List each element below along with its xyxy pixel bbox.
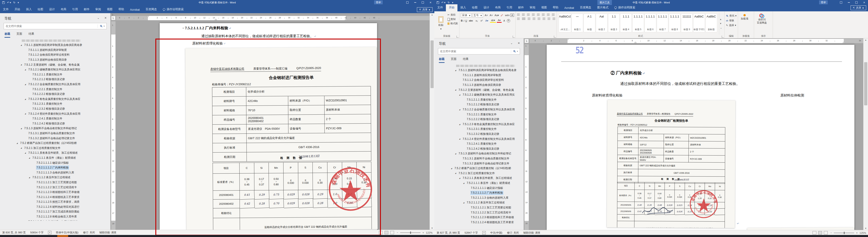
nav-tab-结果[interactable]: 结果 (463, 57, 468, 63)
vertical-ruler[interactable]: 2112345678910111213141516 (524, 44, 529, 230)
nav-tree-item[interactable]: ◢7.5.2.1 加工过程质量控制文件 (434, 171, 524, 176)
nav-tree-item[interactable]: 7.5.1.2.1.1 质量控制文件 (0, 72, 110, 77)
zoom-slider-thumb[interactable] (410, 232, 411, 234)
nav-tree-item[interactable]: 7.5.2.1.1.2.8 终检合格后入零件库 (0, 214, 110, 219)
nav-tree-item[interactable]: 7.5.2.1.1.2.7 加工完成后表面防腐处 (0, 209, 110, 214)
tab-插入[interactable]: 插入 (458, 4, 469, 11)
right-indent-marker[interactable] (843, 42, 845, 43)
scanned-report-image-tensile[interactable]: 盘锦中亚石油技术有限公司质量管理体系—检测报告Q/PZY.ZD005-2022合… (747, 228, 855, 230)
view-read-icon[interactable] (379, 231, 383, 234)
nav-tree-item[interactable]: ◢7.5.2.1.1.2 承压件加工过程描述 (0, 175, 110, 180)
expand-arrow-icon[interactable]: ◢ (17, 142, 18, 144)
expand-arrow-icon[interactable]: ◢ (455, 172, 456, 174)
nav-tree-item[interactable]: 7.5.1.2.4.2 检验项目及记录 (434, 147, 524, 151)
view-print-icon[interactable] (818, 231, 822, 235)
tab-审阅[interactable]: 审阅 (92, 6, 104, 13)
tab-布局[interactable]: 布局 (492, 4, 504, 11)
expand-arrow-icon[interactable]: ◢ (455, 89, 456, 91)
taskbar-active-app[interactable] (57, 235, 68, 237)
proofing-icon[interactable]: ✕ (482, 231, 486, 235)
expand-arrow-icon[interactable]: ◢ (459, 138, 460, 140)
hanging-indent-marker[interactable] (215, 19, 217, 20)
nav-tab-页面[interactable]: 页面 (17, 32, 22, 38)
nav-tree-item[interactable]: ◢7.5.2.1.1.1 承压件（液缸）材质描述 (434, 181, 524, 186)
tab-百度网盘[interactable]: 百度网盘 (577, 4, 594, 11)
status-word-count[interactable]: 52847 个字 (465, 231, 478, 235)
nav-tree-item[interactable]: ◢7.5.2.1.2 具有中心管材质、加工过程描述 (0, 219, 110, 221)
nav-tree-item[interactable]: ◢7.5.2.1.1.2 承压件加工过程描述 (434, 200, 524, 205)
tab-文件[interactable]: 文件 (0, 6, 11, 13)
change-case-icon[interactable]: Aa▾ (494, 14, 500, 17)
nav-tree-item[interactable]: 7.5.1.2.2.2 检验项目及记录 (434, 117, 524, 122)
bold-icon[interactable]: B (461, 19, 463, 22)
tab-视图[interactable]: 视图 (104, 6, 116, 13)
gallery-down-icon[interactable]: ▾ (720, 22, 722, 25)
nav-tree-item[interactable]: 7.5.2.1.1.2.2 加工工艺过程流程卡 (434, 210, 524, 215)
expand-arrow-icon[interactable]: ◢ (463, 182, 464, 184)
underline-icon[interactable]: U (465, 19, 467, 22)
nav-tree-item[interactable]: 7.5.1.1.1 原材料供应商评审制度 (434, 73, 524, 78)
nav-tree-item[interactable]: ◢7.5.2.1.1.1 承压件（液缸）材质描述 (0, 156, 110, 160)
nav-tree-item[interactable]: ◢7.5.1.2 主要原材料（碳钢、合金钢、有色金属 (434, 87, 524, 93)
style-item[interactable]: AaBbCcDdE↓本文正... (559, 14, 571, 32)
tab-操作说明搜索[interactable]: 操作说明搜索 (160, 6, 187, 13)
nav-tab-标题[interactable]: 标题 (4, 32, 10, 38)
replace-button[interactable]: ab 替换 (726, 19, 737, 22)
nav-tree-item[interactable]: 7.5.2.1.1.2.4 根据图纸及工艺单要求 (434, 220, 524, 225)
qat-customize-icon[interactable]: ▾ (18, 1, 19, 4)
expand-arrow-icon[interactable]: ◢ (459, 94, 460, 96)
proofing-icon[interactable]: ✕ (48, 231, 52, 234)
tab-操作说明搜索[interactable]: 操作说明搜索 (612, 4, 638, 11)
tab-邮件[interactable]: 邮件 (515, 4, 527, 11)
expand-arrow-icon[interactable]: ◢ (29, 177, 30, 179)
clear-format-icon[interactable]: 🖉︎ (500, 14, 504, 17)
scrollbar-thumb[interactable] (431, 41, 434, 88)
zoom-in-icon[interactable]: ＋ (856, 231, 858, 235)
undo-icon[interactable]: ↶ ▾ (7, 1, 11, 4)
nav-tab-标题[interactable]: 标题 (439, 57, 444, 63)
minimize-icon[interactable] (411, 0, 419, 5)
save-icon[interactable] (2, 1, 5, 4)
status-page-indicator[interactable]: 第 827 页, 共 980 页 (437, 231, 460, 235)
copy-button[interactable]: 复制 (447, 18, 458, 21)
search-icon[interactable]: 🔍︎ ▾ (98, 25, 106, 28)
vertical-scrollbar[interactable]: ▲ ▼ (863, 38, 868, 230)
align-right-icon[interactable] (528, 18, 530, 20)
sort-icon[interactable] (547, 14, 550, 16)
view-web-icon[interactable] (824, 231, 828, 235)
highlight-icon[interactable]: ab▾ (490, 19, 496, 23)
nav-tree-item[interactable]: ◢7.5.1.1 原材料供应商评审制度及合格供应商名录 (434, 68, 524, 73)
style-item[interactable]: A 1标题 (584, 14, 595, 32)
style-item[interactable]: 111111标题 9 (681, 14, 693, 32)
scanned-report-image-chem[interactable]: 盘锦中亚石油技术有限公司质量管理体系—检测报告Q/PZY.ZD005-2022合… (607, 100, 736, 228)
expand-arrow-icon[interactable]: ◢ (455, 153, 456, 155)
close-icon[interactable]: ✕ (104, 16, 107, 20)
first-line-indent-marker[interactable] (566, 39, 569, 40)
nav-tree-item[interactable]: 7.5.1.2.3.1 质量控制文件 (0, 102, 110, 106)
nav-tree-item[interactable]: ◢7.5.2.1.1 具有承压件材质、加工过程描述 (434, 176, 524, 181)
format-painter-button[interactable]: 格式刷 (447, 22, 458, 25)
nav-tree-item[interactable]: ◢7.5.1.2.1 碳钢质量控制文件以及具体应用实 (434, 93, 524, 97)
tab-selector[interactable]: L (524, 39, 529, 43)
ribbon-display-options-icon[interactable] (404, 0, 411, 5)
document-canvas[interactable]: L 642246810121416182022242628303234 2112… (524, 38, 863, 230)
nav-tree-item[interactable]: 7.5.2.1.1.2.4 根据图纸及工艺单要求 (0, 194, 110, 200)
status-track-changes[interactable]: 修订: 关闭 (83, 231, 95, 234)
align-center-icon[interactable] (522, 18, 525, 20)
nav-tree-item[interactable]: ◢7.5.1.2.2 合金钢质量控制文件以及具体应用 (434, 107, 524, 112)
search-input[interactable] (4, 25, 98, 28)
search-input[interactable] (438, 50, 511, 53)
dialog-launcher-icon[interactable] (554, 36, 556, 38)
nav-tree-item[interactable]: 7.5.2.1.1.2.1 加工工艺简要过程图 (434, 205, 524, 210)
nav-tree-item[interactable]: ◢7.5.1.3 原材料不合格品有控制文件和处理记 (0, 126, 110, 131)
redo-icon[interactable]: ↻ (448, 1, 450, 4)
zoom-slider[interactable] (834, 233, 854, 233)
nav-tree-item[interactable]: 7.5.2.1.1.2.1 加工工艺简要过程图 (0, 180, 110, 185)
nav-tree-item[interactable]: 7.5.1.3.1 原材料不合格品质量控制文件 (0, 131, 110, 136)
increase-indent-icon[interactable] (537, 14, 540, 16)
expand-arrow-icon[interactable]: ◢ (21, 44, 22, 46)
nav-tree-item[interactable]: 7.5.1.2.2.1 质量控制文件 (434, 112, 524, 117)
tab-邮件[interactable]: 邮件 (81, 6, 92, 13)
tab-selector[interactable]: L (111, 16, 116, 20)
expand-arrow-icon[interactable]: ◢ (459, 177, 460, 179)
